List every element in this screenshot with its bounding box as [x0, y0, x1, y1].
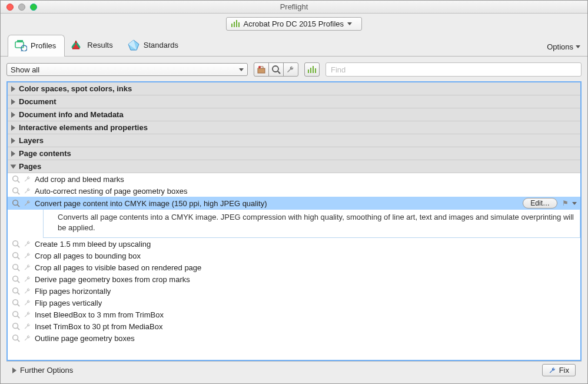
- profiles-tree-container: Color spaces, spot colors, inks Document…: [6, 81, 582, 361]
- tab-profiles[interactable]: Profiles: [8, 35, 65, 57]
- profiles-set-dropdown[interactable]: Acrobat Pro DC 2015 Profiles: [226, 17, 362, 31]
- group-pages[interactable]: Pages: [8, 160, 580, 173]
- svg-line-19: [18, 257, 20, 260]
- profiles-icon: [14, 39, 27, 52]
- fixup-label: Crop all pages to visible based on rende…: [35, 263, 577, 272]
- fix-button[interactable]: Fix: [542, 364, 576, 376]
- disclosure-triangle-icon: [11, 151, 15, 157]
- group-document[interactable]: Document: [8, 95, 580, 108]
- fix-label: Fix: [559, 366, 569, 375]
- wrench-icon: [23, 174, 32, 184]
- magnifier-icon: [11, 263, 21, 272]
- group-page-contents[interactable]: Page contents: [8, 147, 580, 160]
- svg-point-8: [273, 66, 278, 72]
- tab-bar: Profiles Results Standards Options: [1, 34, 587, 56]
- svg-line-23: [18, 281, 20, 283]
- group-color-spaces[interactable]: Color spaces, spot colors, inks: [8, 82, 580, 95]
- magnifier-icon: [271, 65, 281, 74]
- fixup-item[interactable]: Crop all pages to visible based on rende…: [8, 261, 580, 273]
- options-label: Options: [547, 42, 573, 51]
- view-fixups-button[interactable]: [254, 62, 269, 77]
- tab-standards[interactable]: Standards: [121, 35, 187, 56]
- fixup-label: Auto-correct nesting of page geometry bo…: [35, 187, 577, 196]
- wrench-icon: [23, 251, 32, 260]
- disclosure-triangle-icon: [11, 86, 15, 92]
- magnifier-icon: [11, 251, 21, 260]
- group-layers[interactable]: Layers: [8, 134, 580, 147]
- fixup-item[interactable]: Add crop and bleed marks: [8, 173, 580, 185]
- svg-line-15: [18, 205, 20, 207]
- svg-point-22: [13, 276, 18, 282]
- fixup-label: Outline page geometry boxes: [35, 334, 577, 343]
- svg-rect-1: [17, 40, 23, 42]
- edit-button[interactable]: Edit…: [523, 198, 557, 208]
- svg-point-7: [258, 66, 261, 68]
- svg-point-14: [13, 200, 18, 206]
- fixup-item[interactable]: Flip pages vertically: [8, 297, 580, 309]
- svg-line-25: [18, 293, 20, 295]
- footer: Further Options Fix: [6, 361, 582, 379]
- options-menu[interactable]: Options: [547, 42, 580, 56]
- fixup-item[interactable]: Inset BleedBox to 3 mm from TrimBox: [8, 309, 580, 320]
- fixup-item[interactable]: Create 1.5 mm bleed by upscaling: [8, 238, 580, 250]
- group-label: Pages: [19, 162, 41, 171]
- svg-point-10: [13, 176, 18, 181]
- wrench-icon: [549, 366, 557, 375]
- magnifier-icon: [11, 286, 21, 296]
- svg-line-9: [278, 71, 280, 74]
- svg-point-28: [13, 312, 18, 317]
- wrench-icon: [23, 310, 32, 319]
- fixup-item[interactable]: Crop all pages to bounding box: [8, 250, 580, 261]
- library-filter-button[interactable]: [304, 62, 320, 77]
- disclosure-triangle-icon: [11, 164, 16, 168]
- fixup-item-selected[interactable]: Convert page content into CMYK image (15…: [8, 197, 580, 210]
- profiles-tree[interactable]: Color spaces, spot colors, inks Document…: [8, 82, 580, 360]
- wrench-icon: [23, 274, 32, 284]
- standards-icon: [127, 38, 140, 51]
- svg-line-29: [18, 316, 20, 319]
- fixup-item[interactable]: Auto-correct nesting of page geometry bo…: [8, 185, 580, 197]
- view-checks-button[interactable]: [268, 62, 284, 77]
- disclosure-triangle-icon: [11, 125, 15, 131]
- flag-icon[interactable]: ⚑: [562, 199, 569, 207]
- fixup-item[interactable]: Outline page geometry boxes: [8, 332, 580, 344]
- svg-line-13: [18, 193, 20, 195]
- tab-standards-label: Standards: [144, 41, 178, 49]
- search-input[interactable]: [325, 62, 582, 77]
- titlebar: Preflight: [1, 1, 587, 14]
- svg-rect-6: [258, 68, 265, 73]
- wrench-icon: [23, 186, 32, 196]
- svg-point-2: [21, 45, 27, 51]
- library-icon: [231, 20, 240, 27]
- view-wrench-button[interactable]: [283, 62, 298, 77]
- show-filter-select[interactable]: Show all: [6, 63, 248, 76]
- svg-point-30: [13, 323, 18, 329]
- main-panel: Show all Color spaces, spot: [1, 56, 587, 383]
- filter-row: Show all: [6, 62, 582, 77]
- svg-line-33: [18, 340, 20, 342]
- fixup-description: Converts all page contents into a CMYK i…: [43, 210, 580, 238]
- fixup-label: Flip pages vertically: [35, 299, 577, 307]
- profiles-toolbar: Acrobat Pro DC 2015 Profiles: [1, 14, 587, 34]
- wrench-icon: [23, 322, 32, 331]
- group-interactive[interactable]: Interactive elements and properties: [8, 121, 580, 134]
- wrench-icon: [23, 286, 32, 296]
- fixup-label: Create 1.5 mm bleed by upscaling: [35, 240, 577, 249]
- further-options-label[interactable]: Further Options: [20, 366, 73, 375]
- svg-point-20: [13, 264, 18, 270]
- disclosure-triangle-icon[interactable]: [12, 368, 16, 373]
- svg-line-31: [18, 328, 20, 330]
- svg-line-17: [18, 246, 20, 248]
- fixup-label: Derive page geometry boxes from crop mar…: [35, 275, 577, 284]
- group-doc-info[interactable]: Document info and Metadata: [8, 108, 580, 121]
- tab-results[interactable]: Results: [65, 35, 121, 56]
- fixup-item[interactable]: Derive page geometry boxes from crop mar…: [8, 273, 580, 285]
- svg-point-16: [13, 241, 18, 246]
- tab-results-label: Results: [87, 41, 112, 49]
- fixup-item[interactable]: Inset TrimBox to 30 pt from MediaBox: [8, 320, 580, 332]
- disclosure-triangle-icon: [11, 99, 15, 105]
- item-menu-caret[interactable]: [572, 202, 577, 205]
- magnifier-icon: [11, 322, 21, 331]
- fixup-item[interactable]: Flip pages horizontally: [8, 285, 580, 297]
- preflight-window: Preflight Acrobat Pro DC 2015 Profiles P…: [0, 0, 588, 384]
